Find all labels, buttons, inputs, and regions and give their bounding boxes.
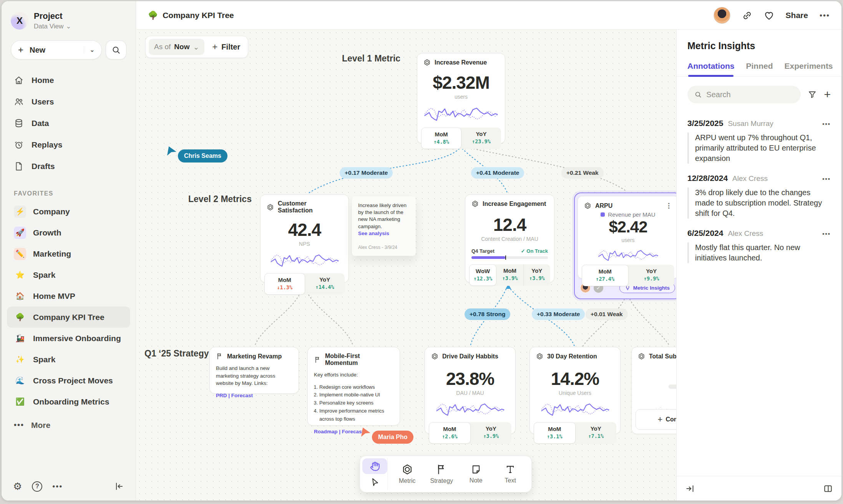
- sidebar-more-button[interactable]: ••• More: [7, 414, 130, 436]
- sidebar-item-data[interactable]: Data: [7, 113, 130, 134]
- sidebar-item-home[interactable]: Home: [7, 70, 130, 91]
- annotation-item[interactable]: 6/25/2024 Alex Cress ••• Mostly flat thi…: [687, 229, 831, 263]
- canvas-toolbar: Metric Strategy Note Text: [360, 456, 532, 492]
- new-button[interactable]: + New ⌄: [11, 40, 102, 60]
- tab-annotations[interactable]: Annotations: [687, 61, 734, 76]
- sidebar-item-home-mvp[interactable]: 🏠 Home MVP: [7, 285, 130, 307]
- hand-tool-button[interactable]: [362, 458, 387, 474]
- database-icon: [14, 118, 24, 128]
- sidebar-item-spark-2[interactable]: ✨ Spark: [7, 349, 130, 370]
- metric-tool-button[interactable]: Metric: [390, 458, 425, 490]
- settings-gear-icon[interactable]: ⚙: [13, 481, 22, 492]
- metric-card-retention[interactable]: 30 Day Retention 14.2% Unique Users MoM …: [529, 347, 621, 434]
- strategy-links[interactable]: PRD | Forecast: [210, 387, 299, 404]
- text-tool-button[interactable]: Text: [493, 458, 528, 490]
- sidebar-item-spark[interactable]: ⭐ Spark: [7, 264, 130, 285]
- metric-unit: DAU / MAU: [425, 390, 515, 396]
- sidebar-item-replays[interactable]: Replays: [7, 134, 130, 156]
- metric-card-arpu[interactable]: ARPU ⋮ Revenue per MAU $2.42 users MoM ↑…: [577, 196, 679, 279]
- metric-hexagon-icon: [584, 202, 591, 209]
- strategy-flag-icon: [314, 356, 321, 363]
- copy-link-icon[interactable]: [742, 10, 752, 21]
- annotation-item[interactable]: 3/25/2025 Susan Murray ••• ARPU went up …: [687, 119, 831, 164]
- favorites-header: FAVORITES: [2, 177, 136, 201]
- metric-card-daily-habits[interactable]: Drive Daily Habbits 23.8% DAU / MAU MoM …: [425, 347, 516, 434]
- help-icon[interactable]: ?: [32, 481, 42, 492]
- users-icon: [14, 97, 24, 107]
- on-track-status: ✓ On Track: [521, 248, 548, 254]
- tab-pinned[interactable]: Pinned: [746, 61, 773, 76]
- sidebar-item-cross-project-moves[interactable]: 🌊 Cross Project Moves: [7, 370, 130, 391]
- edge-label: +0.21 Weak: [561, 167, 604, 179]
- add-filter-button[interactable]: + Filter: [212, 42, 240, 51]
- edge-label: +0.41 Moderate: [471, 167, 524, 179]
- sidebar-item-company-kpi-tree[interactable]: 🌳 Company KPI Tree: [7, 307, 130, 328]
- share-button[interactable]: Share: [786, 11, 808, 20]
- edge-label: +0.78 Strong: [465, 308, 510, 320]
- sidebar-item-drafts[interactable]: Drafts: [7, 156, 130, 177]
- split-view-icon[interactable]: [823, 484, 833, 494]
- collapse-sidebar-icon[interactable]: [114, 481, 124, 491]
- note-tool-button[interactable]: Note: [459, 458, 493, 490]
- annotation-menu-icon[interactable]: •••: [822, 230, 831, 237]
- metric-card-customer-satisfaction[interactable]: Customer Satisfaction 42.4 NPS MoM ↓1.3%…: [260, 194, 349, 283]
- chevron-down-icon[interactable]: ⌄: [84, 46, 95, 53]
- sidebar-item-marketing[interactable]: ✏️ Marketing: [7, 243, 130, 264]
- metric-card-total-subscriptions[interactable]: Total Subscript + Connect: [631, 347, 680, 434]
- filter-funnel-icon[interactable]: [808, 90, 817, 99]
- annotation-list: 3/25/2025 Susan Murray ••• ARPU went up …: [677, 103, 841, 263]
- plus-icon: +: [18, 45, 23, 55]
- connect-data-button[interactable]: + Connect: [636, 409, 680, 430]
- sidebar-item-users[interactable]: Users: [7, 91, 130, 113]
- select-tool-button[interactable]: [362, 474, 387, 490]
- doc-title: Company KPI Tree: [163, 11, 234, 20]
- favorite-heart-icon[interactable]: [764, 10, 774, 21]
- train-icon: 🚂: [14, 332, 26, 345]
- sidebar-item-company[interactable]: ⚡ Company: [7, 201, 130, 222]
- topbar-menu-icon[interactable]: •••: [820, 11, 830, 20]
- metric-card-increase-revenue[interactable]: Increase Revenue $2.32M users MoM ↑4.8% …: [417, 53, 505, 144]
- see-analysis-link[interactable]: See analysis: [358, 230, 410, 236]
- annotation-search[interactable]: [687, 86, 801, 103]
- metric-unit: users: [417, 94, 505, 100]
- rocket-icon: 🚀: [14, 227, 26, 239]
- strategy-card-marketing-revamp[interactable]: Marketing Revamp Build and launch a new …: [209, 347, 299, 394]
- sidebar-item-immersive-onboarding[interactable]: 🚂 Immersive Onboarding: [7, 328, 130, 349]
- card-menu-icon[interactable]: ⋮: [665, 202, 672, 210]
- kpi-tree-canvas[interactable]: As of Now ⌄ + Filter Level 1 Metric Leve…: [136, 30, 680, 501]
- delta-yoy: YoY ↑23.9%: [461, 128, 501, 149]
- sidebar-search-button[interactable]: [106, 40, 126, 60]
- delta-yoy: YoY ↑9.9%: [629, 265, 675, 286]
- metric-card-increase-engagement[interactable]: Increase Engagement 12.4 Content Creatio…: [465, 194, 554, 283]
- wave-icon: 🌊: [14, 375, 26, 387]
- metric-value: $2.32M: [417, 72, 505, 93]
- tab-experiments[interactable]: Experiments: [785, 61, 833, 76]
- more-options-icon[interactable]: •••: [52, 482, 63, 491]
- sidebar-item-onboarding-metrics[interactable]: ✅ Onboarding Metrics: [7, 391, 130, 412]
- workspace-logo: X: [11, 12, 28, 30]
- strategy-flag-icon: [436, 464, 447, 475]
- cursor-arrow-icon: [167, 146, 176, 156]
- annotation-item[interactable]: 12/28/2024 Alex Cress ••• 3% drop likely…: [687, 174, 831, 219]
- project-title: Project: [34, 11, 71, 21]
- plus-icon: +: [658, 415, 663, 424]
- edge-label: +0.17 Moderate: [340, 167, 393, 179]
- search-input[interactable]: [706, 90, 794, 99]
- tree-icon: 🌳: [14, 311, 26, 323]
- check-box-icon: ✅: [14, 396, 26, 408]
- annotation-note-card[interactable]: Increase likely driven by the launch of …: [352, 196, 416, 256]
- strategy-tool-button[interactable]: Strategy: [425, 458, 459, 490]
- as-of-dropdown[interactable]: As of Now ⌄: [149, 39, 204, 55]
- sidebar-item-growth[interactable]: 🚀 Growth: [7, 222, 130, 243]
- collapse-panel-icon[interactable]: [685, 484, 695, 494]
- placeholder-bars: [632, 360, 680, 389]
- add-annotation-icon[interactable]: +: [824, 89, 831, 100]
- annotation-menu-icon[interactable]: •••: [822, 121, 831, 127]
- annotation-menu-icon[interactable]: •••: [822, 176, 831, 182]
- user-avatar[interactable]: [714, 7, 730, 24]
- project-subtitle[interactable]: Data View ⌄: [34, 22, 71, 30]
- metric-card-arpu-selection[interactable]: ARPU ⋮ Revenue per MAU $2.42 users MoM ↑…: [574, 192, 680, 299]
- delta-mom: MoM ↑3.1%: [534, 422, 576, 444]
- project-switcher[interactable]: X Project Data View ⌄: [2, 1, 136, 33]
- strategy-card-mobile-first[interactable]: Mobile-First Momentum Key efforts includ…: [307, 347, 400, 426]
